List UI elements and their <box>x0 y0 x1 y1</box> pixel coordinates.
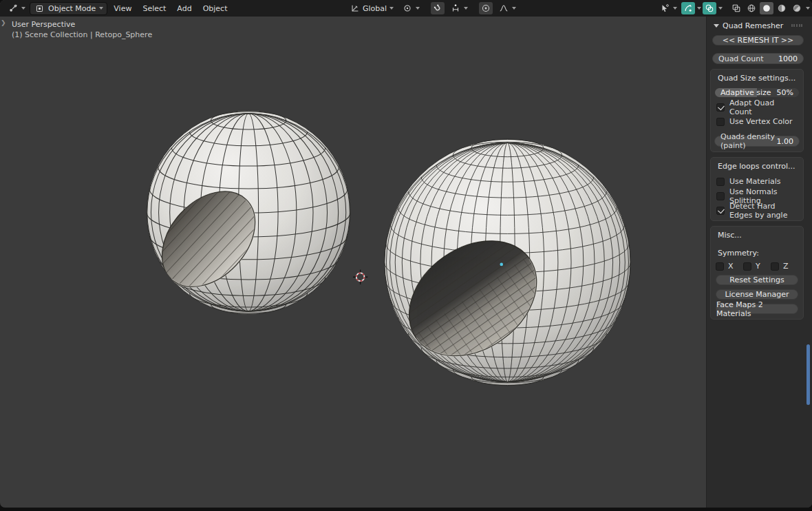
chevron-down-icon <box>416 7 420 10</box>
adapt-quad-count-label: Adapt Quad Count <box>729 98 798 116</box>
quad-count-field[interactable]: Quad Count 1000 <box>712 53 804 64</box>
symmetry-y[interactable]: Y <box>743 262 771 271</box>
menu-view[interactable]: View <box>109 2 136 15</box>
menu-select[interactable]: Select <box>138 2 171 15</box>
active-object-label: (1) Scene Collection | Retopo_Sphere <box>12 30 152 40</box>
panel-title: Quad Remesher <box>723 21 788 30</box>
view-perspective-label: User Perspective <box>12 19 152 30</box>
face-maps-button[interactable]: Face Maps 2 Materials <box>716 304 798 314</box>
viewport-overlay-text: User Perspective (1) Scene Collection | … <box>12 19 152 40</box>
panel-drag-handle[interactable] <box>791 24 802 27</box>
quad-size-settings-expander[interactable]: Quad Size settings... <box>714 72 800 84</box>
symmetry-z-checkbox[interactable] <box>771 262 779 271</box>
shading-solid-button[interactable] <box>760 2 773 14</box>
viewport-header: Object Mode View Select Add Object G <box>0 0 812 17</box>
shading-wireframe-button[interactable] <box>745 2 758 14</box>
symmetry-z[interactable]: Z <box>771 262 798 271</box>
mode-label: Object Mode <box>48 4 96 13</box>
editor-type-button[interactable] <box>4 1 28 16</box>
visibility-pointer-icon <box>659 3 670 14</box>
use-materials-checkbox[interactable] <box>716 178 725 186</box>
blender-window: Object Mode View Select Add Object G <box>0 0 812 511</box>
proportional-editing-toggle[interactable] <box>479 2 493 14</box>
chevron-down-icon <box>464 7 468 10</box>
xray-icon <box>731 3 742 14</box>
use-vertex-color-row: Use Vertex Color <box>716 116 798 127</box>
gizmos-toggle[interactable] <box>681 2 695 14</box>
chevron-down-icon[interactable] <box>697 7 701 10</box>
adapt-quad-count-checkbox[interactable] <box>716 103 725 112</box>
material-shading-icon <box>776 3 788 14</box>
chevron-down-icon <box>389 7 394 10</box>
edge-loops-expander[interactable]: Edge loops control... <box>714 160 800 172</box>
scene-canvas[interactable] <box>0 17 706 508</box>
quads-density-value: 1.00 <box>777 137 794 146</box>
mode-dropdown[interactable]: Object Mode <box>30 2 107 15</box>
chevron-down-icon <box>21 7 25 10</box>
sidebar-scrollbar-thumb[interactable] <box>806 344 810 405</box>
chevron-down-icon[interactable] <box>718 7 723 10</box>
chevron-down-icon <box>99 7 103 10</box>
rendered-shading-icon <box>791 3 803 14</box>
falloff-curve-icon <box>498 3 509 14</box>
use-materials-label: Use Materials <box>729 177 780 186</box>
shading-rendered-button[interactable] <box>790 2 804 14</box>
sphere-object-right[interactable] <box>384 139 630 386</box>
shading-material-button[interactable] <box>775 2 789 14</box>
magnet-icon <box>432 3 444 14</box>
quad-count-label: Quad Count <box>718 54 764 63</box>
symmetry-y-checkbox[interactable] <box>743 262 751 271</box>
sphere-object-left[interactable] <box>144 110 350 314</box>
quad-size-settings-box: Quad Size settings... Adaptive size 50% … <box>710 69 804 152</box>
reset-settings-button[interactable]: Reset Settings <box>716 275 798 285</box>
use-normals-splitting-checkbox[interactable] <box>716 192 725 200</box>
orientation-axes-icon <box>349 3 361 14</box>
adaptive-size-label: Adaptive size <box>720 88 771 97</box>
toolbar-toggle-arrow[interactable]: ❯ <box>1 19 6 26</box>
chevron-down-icon[interactable] <box>806 7 810 10</box>
symmetry-x-checkbox[interactable] <box>716 262 724 271</box>
adaptive-size-slider[interactable]: Adaptive size 50% <box>714 87 800 98</box>
quads-density-field[interactable]: Quads density (paint) 1.00 <box>714 136 800 147</box>
use-vertex-color-label: Use Vertex Color <box>729 117 793 126</box>
detect-hard-edges-label: Detect Hard Edges by angle <box>729 202 798 220</box>
misc-expander[interactable]: Misc... <box>714 229 800 241</box>
misc-box: Misc... Symmetry: X Y Z <box>710 226 804 320</box>
menu-object[interactable]: Object <box>198 2 233 15</box>
edge-loops-box: Edge loops control... Use Materials Use … <box>710 157 804 221</box>
pivot-point-icon <box>401 3 413 14</box>
detect-hard-edges-checkbox[interactable] <box>716 207 725 215</box>
wireframe-shading-icon <box>746 3 758 14</box>
object-mode-icon <box>34 3 45 14</box>
use-vertex-color-checkbox[interactable] <box>716 118 725 126</box>
symmetry-axes-row: X Y Z <box>716 262 798 271</box>
symmetry-x[interactable]: X <box>716 262 743 271</box>
snap-target-icon <box>449 3 461 14</box>
viewport-3d[interactable]: User Perspective (1) Scene Collection | … <box>0 17 706 508</box>
symmetry-y-label: Y <box>756 262 760 271</box>
panel-header-quad-remesher[interactable]: Quad Remesher <box>710 19 804 32</box>
solid-shading-icon <box>761 3 773 14</box>
adapt-quad-count-row: Adapt Quad Count <box>716 102 798 112</box>
pivot-point-dropdown[interactable] <box>398 1 423 16</box>
quads-density-label: Quads density (paint) <box>720 132 777 150</box>
snap-toggle[interactable] <box>431 2 445 14</box>
transform-orientation-dropdown[interactable]: Global <box>346 1 396 16</box>
object-visibility-dropdown[interactable] <box>656 1 680 16</box>
xray-toggle[interactable] <box>729 2 743 14</box>
snap-target-dropdown[interactable] <box>447 1 471 16</box>
menu-add[interactable]: Add <box>172 2 196 15</box>
use-materials-row: Use Materials <box>716 176 798 187</box>
overlays-toggle[interactable] <box>703 2 716 14</box>
panel-expand-icon <box>714 24 719 28</box>
orientation-label: Global <box>363 4 387 13</box>
symmetry-z-label: Z <box>783 262 789 271</box>
adaptive-size-value: 50% <box>777 88 793 97</box>
symmetry-x-label: X <box>728 262 734 271</box>
falloff-dropdown[interactable] <box>495 1 519 16</box>
quad-count-value: 1000 <box>778 54 798 63</box>
license-manager-button[interactable]: License Manager <box>716 289 798 300</box>
3d-cursor <box>353 270 367 284</box>
detect-hard-edges-row: Detect Hard Edges by angle <box>716 205 798 216</box>
remesh-it-button[interactable]: << REMESH IT >> <box>712 35 804 45</box>
